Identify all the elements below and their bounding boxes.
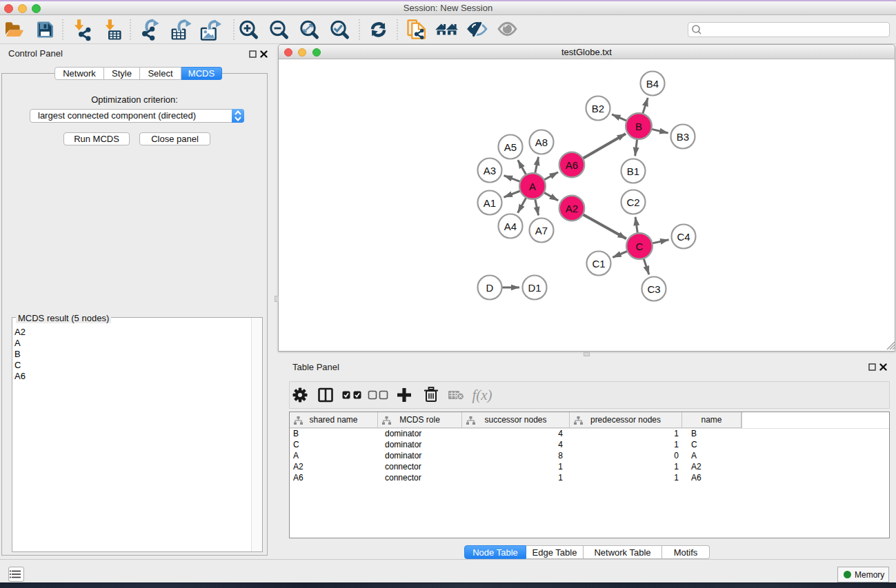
svg-text:B3: B3 bbox=[677, 131, 689, 143]
svg-text:C1: C1 bbox=[592, 258, 605, 270]
svg-text:B4: B4 bbox=[646, 78, 659, 90]
svg-text:D1: D1 bbox=[528, 282, 541, 294]
svg-text:C4: C4 bbox=[677, 231, 690, 243]
svg-text:A2: A2 bbox=[566, 203, 578, 214]
svg-text:B: B bbox=[635, 121, 642, 132]
svg-text:C3: C3 bbox=[647, 283, 660, 295]
svg-text:C2: C2 bbox=[626, 196, 639, 208]
svg-text:A4: A4 bbox=[504, 221, 517, 232]
svg-text:B2: B2 bbox=[592, 103, 604, 114]
svg-text:A8: A8 bbox=[535, 136, 548, 148]
svg-text:A6: A6 bbox=[566, 159, 578, 171]
svg-text:f(x): f(x) bbox=[472, 387, 492, 403]
svg-text:A3: A3 bbox=[484, 165, 496, 176]
svg-text:B1: B1 bbox=[627, 165, 639, 177]
svg-text:C: C bbox=[636, 241, 644, 252]
svg-text:A7: A7 bbox=[535, 225, 548, 236]
svg-text:A1: A1 bbox=[484, 197, 496, 209]
svg-text:A: A bbox=[529, 181, 536, 192]
svg-text:D: D bbox=[486, 282, 494, 294]
svg-text:A5: A5 bbox=[504, 141, 517, 153]
